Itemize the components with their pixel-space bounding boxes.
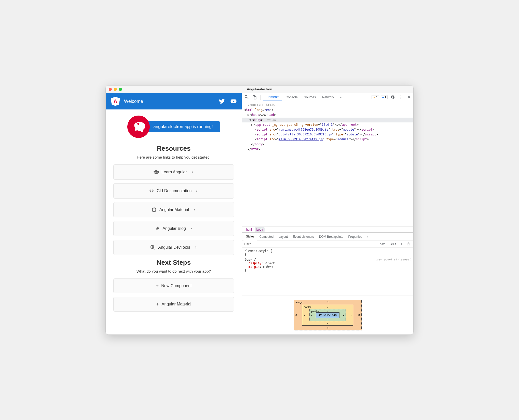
- panel-toggle-icon[interactable]: [407, 242, 410, 246]
- next-steps-subtitle: What do you want to do next with your ap…: [113, 269, 234, 273]
- card-label: Angular DevTools: [158, 245, 190, 250]
- running-banner: angularelectron app is running!: [127, 116, 220, 138]
- devtools-tabs-right: 1 1 ⋮ ×: [372, 94, 412, 100]
- window-title: Angularelectron: [247, 87, 272, 91]
- dom-line[interactable]: <!DOCTYPE html>: [242, 103, 413, 108]
- app-toolbar: Welcome: [106, 93, 242, 109]
- dom-line[interactable]: <script src="runtime.ac4f738ee79d1089.js…: [242, 127, 413, 132]
- card-label: CLI Documentation: [157, 189, 192, 193]
- close-window-button[interactable]: [109, 88, 112, 91]
- hov-button[interactable]: :hov: [377, 242, 386, 246]
- tab-network[interactable]: Network: [320, 93, 337, 101]
- dom-line[interactable]: ▶<head>…</head>: [242, 113, 413, 117]
- material-icon: [151, 207, 157, 213]
- box-padding[interactable]: padding - - - - 429×1158.640: [309, 309, 346, 321]
- style-rule-body[interactable]: user agent stylesheet body { display: bl…: [244, 258, 411, 272]
- breadcrumb-html[interactable]: html: [244, 227, 253, 232]
- chevron-right-icon: [189, 227, 193, 230]
- code-icon: [149, 188, 154, 194]
- app-content: angularelectron app is running! Resource…: [106, 109, 242, 321]
- card-label: Learn Angular: [161, 170, 187, 174]
- tab-elements[interactable]: Elements: [263, 93, 282, 101]
- next-steps-title: Next Steps: [113, 259, 234, 267]
- style-rule-element[interactable]: element.style { }: [244, 249, 411, 256]
- settings-icon[interactable]: [390, 95, 395, 100]
- rocket-icon: [127, 116, 150, 138]
- issues-badge[interactable]: 1: [381, 95, 388, 99]
- box-model[interactable]: margin 8 8 8 8 border - - - - padding: [242, 296, 413, 334]
- styles-tabs-overflow-icon[interactable]: »: [365, 235, 371, 239]
- graduation-icon: [153, 169, 159, 175]
- plus-icon: +: [156, 302, 159, 307]
- plus-icon: +: [156, 283, 159, 288]
- card-label: New Component: [161, 284, 192, 288]
- toolbar-social-icons: [219, 98, 237, 104]
- traffic-lights: [109, 88, 122, 91]
- chevron-right-icon: [193, 208, 196, 212]
- card-label: Angular Material: [159, 207, 189, 212]
- warnings-badge[interactable]: 1: [372, 95, 379, 99]
- device-toggle-icon[interactable]: [252, 95, 257, 100]
- twitter-icon[interactable]: [219, 98, 225, 104]
- dom-line[interactable]: <script src="main.636091e53ef7efe9.js" t…: [242, 137, 413, 142]
- tab-console[interactable]: Console: [283, 93, 300, 101]
- card-add-material[interactable]: + Angular Material: [113, 297, 234, 312]
- card-new-component[interactable]: + New Component: [113, 278, 234, 293]
- chevron-right-icon: [190, 170, 194, 174]
- tabs-overflow-icon[interactable]: »: [338, 95, 344, 99]
- inspect-icon[interactable]: [244, 95, 249, 100]
- maximize-window-button[interactable]: [119, 88, 122, 91]
- breadcrumb-body[interactable]: body: [255, 227, 265, 232]
- dom-line[interactable]: </body>: [242, 142, 413, 147]
- youtube-icon[interactable]: [230, 98, 237, 104]
- dom-line[interactable]: ▶<app-root _nghost-yba-c5 ng-version="13…: [242, 122, 413, 127]
- card-angular-blog[interactable]: Angular Blog: [113, 221, 234, 236]
- box-border[interactable]: border - - - - padding - - - - 42: [302, 305, 353, 326]
- card-label: Angular Material: [162, 302, 192, 306]
- angular-logo-icon: [111, 97, 120, 106]
- card-angular-devtools[interactable]: Angular DevTools: [113, 240, 234, 255]
- dom-tree[interactable]: <!DOCTYPE html> <html lang="en"> ▶<head>…: [242, 101, 413, 227]
- styles-tab-properties[interactable]: Properties: [346, 233, 365, 240]
- card-angular-material[interactable]: Angular Material: [113, 202, 234, 217]
- devtools-pane: Elements Console Sources Network » 1 1 ⋮…: [242, 93, 413, 334]
- styles-tabs: Styles Computed Layout Event Listeners D…: [242, 233, 413, 241]
- box-margin[interactable]: margin 8 8 8 8 border - - - - padding: [294, 300, 362, 330]
- app-pane: Welcome angularelectron app is running! …: [106, 93, 242, 334]
- dom-line[interactable]: <html lang="en">: [242, 108, 413, 113]
- styles-tab-layout[interactable]: Layout: [276, 233, 290, 240]
- styles-filter-bar: :hov .cls +: [242, 241, 413, 248]
- minimize-window-button[interactable]: [114, 88, 117, 91]
- styles-body[interactable]: element.style { } user agent stylesheet …: [242, 248, 413, 296]
- dom-line-selected[interactable]: ⋯▼<body> == $0: [242, 118, 413, 122]
- card-learn-angular[interactable]: Learn Angular: [113, 164, 234, 180]
- dom-line[interactable]: </html>: [242, 147, 413, 152]
- styles-tab-dom-breakpoints[interactable]: DOM Breakpoints: [317, 233, 346, 240]
- card-cli-docs[interactable]: CLI Documentation: [113, 183, 234, 199]
- cls-button[interactable]: .cls: [388, 242, 398, 246]
- tab-sources[interactable]: Sources: [301, 93, 319, 101]
- chevron-right-icon: [194, 246, 197, 249]
- separator: [260, 95, 261, 100]
- toolbar-title: Welcome: [124, 99, 215, 104]
- banner-text: angularelectron app is running!: [142, 121, 220, 132]
- styles-pane: Styles Computed Layout Event Listeners D…: [242, 233, 413, 334]
- devtools-close-button[interactable]: ×: [406, 94, 412, 100]
- app-window: Angularelectron Welcome angularelectron …: [105, 85, 414, 335]
- box-content[interactable]: 429×1158.640: [316, 312, 339, 318]
- svg-rect-1: [254, 96, 256, 99]
- styles-tab-computed[interactable]: Computed: [257, 233, 276, 240]
- card-label: Angular Blog: [162, 226, 186, 231]
- more-icon[interactable]: ⋮: [397, 95, 404, 100]
- chevron-right-icon: [195, 189, 199, 193]
- flame-icon: [154, 226, 160, 231]
- styles-tab-event-listeners[interactable]: Event Listeners: [290, 233, 317, 240]
- resources-subtitle: Here are some links to help you get star…: [113, 155, 234, 159]
- titlebar: Angularelectron: [106, 86, 413, 93]
- resources-title: Resources: [113, 145, 234, 152]
- styles-filter-input[interactable]: [244, 242, 375, 246]
- add-rule-button[interactable]: +: [399, 242, 404, 246]
- ua-stylesheet-label: user agent stylesheet: [375, 258, 411, 261]
- styles-tab-styles[interactable]: Styles: [243, 233, 257, 240]
- dom-line[interactable]: <script src="polyfills.30d07216d65d92f0.…: [242, 132, 413, 137]
